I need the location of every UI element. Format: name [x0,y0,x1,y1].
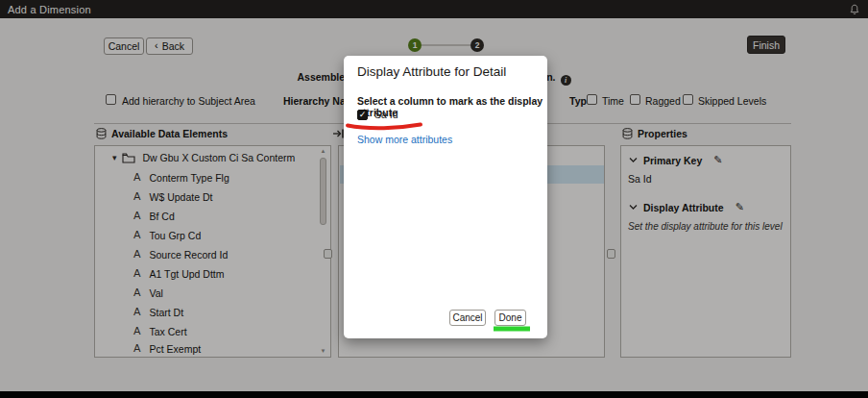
sa-id-attribute-row[interactable]: ✓ Sa Id [357,109,398,120]
modal-done-label: Done [499,312,522,323]
sa-id-checkbox-label: Sa Id [374,109,398,120]
sa-id-checkbox[interactable]: ✓ [357,110,368,120]
show-more-attributes-link[interactable]: Show more attributes [357,134,452,145]
modal-cancel-label: Cancel [452,312,482,323]
modal-cancel-button[interactable]: Cancel [449,310,486,326]
modal-title: Display Attribute for Detail [357,64,506,79]
modal-done-button[interactable]: Done [494,310,526,326]
display-attribute-modal: Display Attribute for Detail Select a co… [344,56,547,338]
